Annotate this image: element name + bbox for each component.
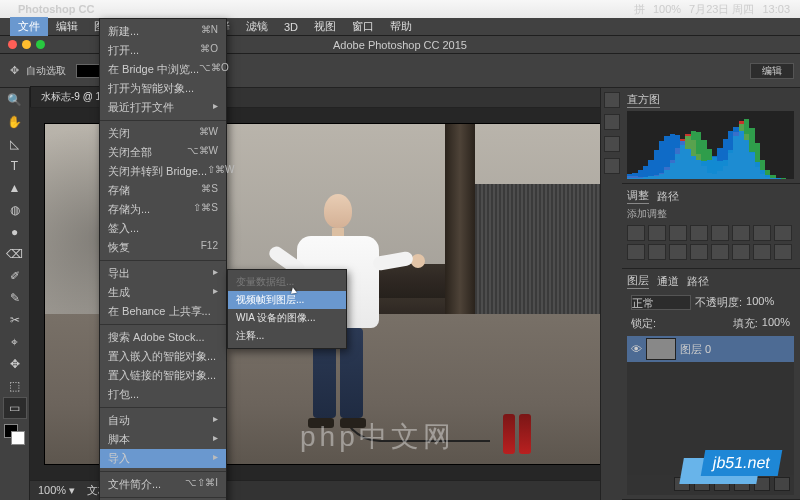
adjustment-icon[interactable] (774, 244, 792, 260)
character-icon[interactable] (604, 158, 620, 174)
tool-1[interactable]: ⬚ (4, 376, 26, 396)
fill-value[interactable]: 100% (762, 316, 790, 331)
menuitem[interactable]: 搜索 Adobe Stock... (100, 328, 226, 347)
adjustment-icon[interactable] (690, 225, 708, 241)
menuitem[interactable]: 存储为...⇧⌘S (100, 200, 226, 219)
menuitem[interactable]: 导出 (100, 264, 226, 283)
tool-7[interactable]: ⌫ (4, 244, 26, 264)
adjustments-tab[interactable]: 调整 (627, 188, 649, 204)
adjustment-icon[interactable] (669, 225, 687, 241)
adjustment-icon[interactable] (753, 244, 771, 260)
properties-icon[interactable] (604, 136, 620, 152)
menuitem[interactable]: 打开为智能对象... (100, 79, 226, 98)
layer-action-icon[interactable] (714, 477, 730, 491)
layer-action-icon[interactable] (694, 477, 710, 491)
menuitem[interactable]: 存储⌘S (100, 181, 226, 200)
tool-8[interactable]: ● (4, 222, 26, 242)
menuitem[interactable]: 在 Bridge 中浏览...⌥⌘O (100, 60, 226, 79)
tool-13[interactable]: ✋ (4, 112, 26, 132)
menuitem[interactable]: 自动 (100, 411, 226, 430)
submenu-item[interactable]: 注释... (228, 327, 346, 345)
adjustment-icon[interactable] (753, 225, 771, 241)
history-icon[interactable] (604, 92, 620, 108)
menu-3D[interactable]: 3D (276, 19, 306, 35)
adjustment-icon[interactable] (732, 244, 750, 260)
blend-mode-select[interactable]: 正常 (631, 295, 691, 310)
menuitem[interactable]: 导入 (100, 449, 226, 468)
adjustment-icon[interactable] (690, 244, 708, 260)
menuitem[interactable]: 置入链接的智能对象... (100, 366, 226, 385)
tool-6[interactable]: ✐ (4, 266, 26, 286)
menuitem[interactable]: 关闭并转到 Bridge...⇧⌘W (100, 162, 226, 181)
layer-action-icon[interactable] (774, 477, 790, 491)
tool-0[interactable]: ▭ (4, 398, 26, 418)
minimize-icon[interactable] (22, 40, 31, 49)
opacity-value[interactable]: 100% (746, 295, 774, 310)
menuitem[interactable]: 最近打开文件 (100, 98, 226, 117)
adjustment-icon[interactable] (774, 225, 792, 241)
battery-indicator[interactable]: 100% (653, 3, 681, 15)
tool-5[interactable]: ✎ (4, 288, 26, 308)
tool-10[interactable]: ▲ (4, 178, 26, 198)
tool-2[interactable]: ✥ (4, 354, 26, 374)
menuitem[interactable]: 在 Behance 上共享... (100, 302, 226, 321)
adjustment-icon[interactable] (711, 225, 729, 241)
menu-帮助[interactable]: 帮助 (382, 17, 420, 36)
adjustment-icon[interactable] (627, 244, 645, 260)
tool-12[interactable]: ◺ (4, 134, 26, 154)
panel-dock-strip[interactable] (600, 88, 622, 500)
menuitem[interactable]: 脚本 (100, 430, 226, 449)
tool-3[interactable]: ⌖ (4, 332, 26, 352)
adjustment-icon[interactable] (711, 244, 729, 260)
actions-icon[interactable] (604, 114, 620, 130)
submenu-item[interactable]: 视频帧到图层... (228, 291, 346, 309)
menuitem[interactable]: 打开...⌘O (100, 41, 226, 60)
options-right-button[interactable]: 编辑 (750, 63, 794, 79)
menu-窗口[interactable]: 窗口 (344, 17, 382, 36)
zoom-icon[interactable] (36, 40, 45, 49)
auto-select-label[interactable]: 自动选取 (26, 64, 66, 78)
layer-action-icon[interactable] (674, 477, 690, 491)
toolbox: 🔍✋◺T▲◍●⌫✐✎✂⌖✥⬚▭ (0, 88, 30, 500)
layer-action-icon[interactable] (754, 477, 770, 491)
tool-14[interactable]: 🔍 (4, 90, 26, 110)
histogram-tab[interactable]: 直方图 (627, 92, 660, 108)
layer-thumb[interactable] (646, 338, 676, 360)
menu-视图[interactable]: 视图 (306, 17, 344, 36)
menu-编辑[interactable]: 编辑 (48, 17, 86, 36)
histogram-panel: 直方图 (621, 88, 800, 184)
menuitem[interactable]: 关闭⌘W (100, 124, 226, 143)
tool-9[interactable]: ◍ (4, 200, 26, 220)
menuitem[interactable]: 关闭全部⌥⌘W (100, 143, 226, 162)
visibility-icon[interactable]: 👁 (631, 343, 642, 355)
tool-11[interactable]: T (4, 156, 26, 176)
ime-indicator[interactable]: 拼 (634, 2, 645, 17)
menu-滤镜[interactable]: 滤镜 (238, 17, 276, 36)
adjustment-icon[interactable] (669, 244, 687, 260)
adjustment-icon[interactable] (732, 225, 750, 241)
menuitem[interactable]: 文件简介...⌥⇧⌘I (100, 475, 226, 494)
submenu-item[interactable]: WIA 设备的图像... (228, 309, 346, 327)
file-menu[interactable]: 新建...⌘N打开...⌘O在 Bridge 中浏览...⌥⌘O打开为智能对象.… (99, 18, 227, 500)
menuitem[interactable]: 新建...⌘N (100, 22, 226, 41)
import-submenu[interactable]: 变量数据组...视频帧到图层...WIA 设备的图像...注释... (227, 269, 347, 349)
adjustment-icon[interactable] (648, 244, 666, 260)
paths-tab[interactable]: 路径 (687, 274, 709, 289)
layers-tab[interactable]: 图层 (627, 273, 649, 289)
menu-文件[interactable]: 文件 (10, 17, 48, 36)
close-icon[interactable] (8, 40, 17, 49)
adjustment-icon[interactable] (648, 225, 666, 241)
adjustment-icon[interactable] (627, 225, 645, 241)
clock-time: 13:03 (762, 3, 790, 15)
layer-row[interactable]: 👁 图层 0 (627, 336, 794, 362)
menuitem[interactable]: 置入嵌入的智能对象... (100, 347, 226, 366)
channels-tab[interactable]: 通道 (657, 274, 679, 289)
menuitem[interactable]: 生成 (100, 283, 226, 302)
layer-name[interactable]: 图层 0 (680, 342, 711, 357)
app-name[interactable]: Photoshop CC (18, 3, 94, 15)
traffic-lights[interactable] (8, 40, 45, 49)
zoom-level[interactable]: 100% (38, 484, 75, 497)
layer-action-icon[interactable] (734, 477, 750, 491)
tool-4[interactable]: ✂ (4, 310, 26, 330)
color-chips[interactable] (4, 424, 26, 446)
